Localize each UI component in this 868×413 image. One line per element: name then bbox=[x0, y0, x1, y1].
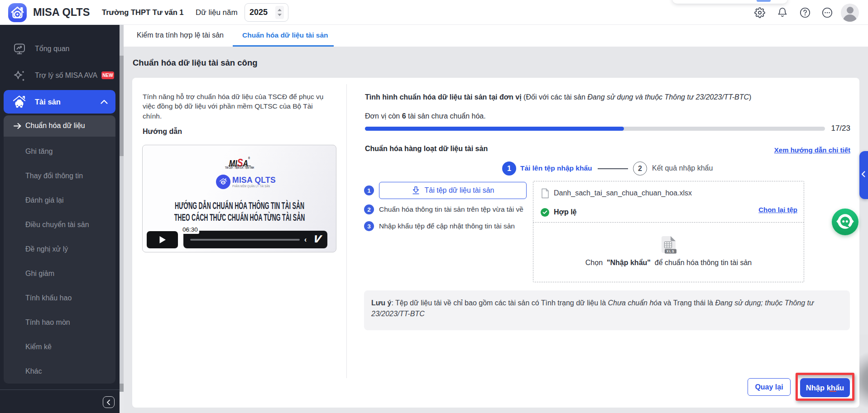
svg-text:XLS: XLS bbox=[667, 250, 675, 253]
